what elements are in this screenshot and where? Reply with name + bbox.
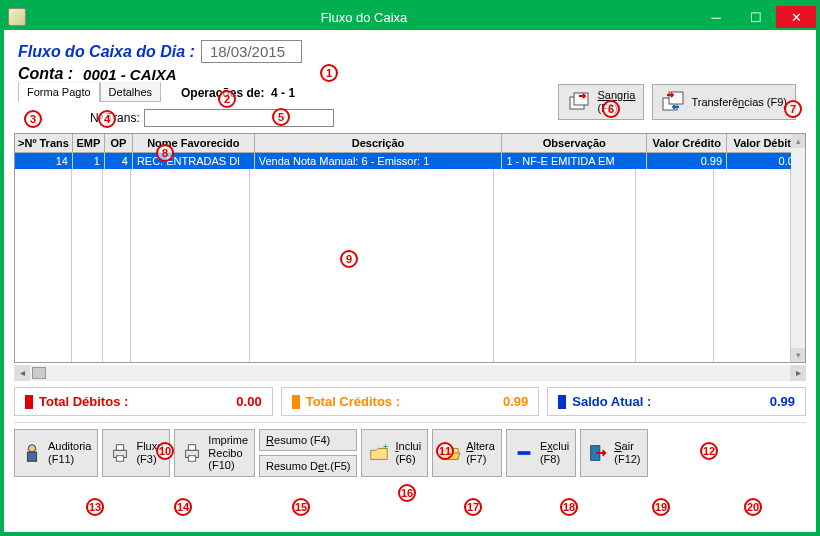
app-icon bbox=[8, 8, 26, 26]
table-row[interactable]: 14 1 4 REC. ENTRADAS DI Venda Nota Manua… bbox=[15, 153, 805, 169]
titlebar: Fluxo do Caixa ─ ☐ ✕ bbox=[4, 4, 816, 30]
person-icon bbox=[21, 442, 43, 464]
resumo-det-button[interactable]: Resumo Det.(F5) bbox=[259, 455, 357, 477]
exit-icon bbox=[587, 442, 609, 464]
minus-icon bbox=[513, 442, 535, 464]
resumo-button[interactable]: Resumo (F4) bbox=[259, 429, 357, 451]
annotation-20: 20 bbox=[744, 498, 762, 516]
folder-plus-icon: ＋ bbox=[368, 442, 390, 464]
printer-icon bbox=[181, 442, 203, 464]
data-grid[interactable]: >Nº Trans EMP OP Nome Favorecido Descriç… bbox=[14, 133, 806, 363]
sangria-button[interactable]: Sangria(F2) bbox=[558, 84, 644, 120]
folder-open-icon bbox=[439, 442, 461, 464]
ntrans-input[interactable] bbox=[144, 109, 334, 127]
minimize-button[interactable]: ─ bbox=[696, 6, 736, 28]
exclui-button[interactable]: Exclui(F8) bbox=[506, 429, 576, 477]
annotation-19: 19 bbox=[652, 498, 670, 516]
svg-point-4 bbox=[28, 445, 35, 452]
svg-rect-5 bbox=[27, 452, 36, 461]
grid-hscrollbar[interactable]: ◂ ▸ bbox=[14, 365, 806, 381]
date-field[interactable]: 18/03/2015 bbox=[201, 40, 302, 63]
annotation-18: 18 bbox=[560, 498, 578, 516]
col-nome[interactable]: Nome Favorecido bbox=[133, 134, 255, 152]
marker-orange bbox=[292, 395, 300, 409]
annotation-14: 14 bbox=[174, 498, 192, 516]
scroll-thumb[interactable] bbox=[32, 367, 46, 379]
scroll-down-icon[interactable]: ▾ bbox=[791, 348, 805, 362]
svg-rect-13 bbox=[517, 451, 530, 455]
svg-rect-7 bbox=[117, 445, 124, 451]
svg-text:＋: ＋ bbox=[381, 442, 390, 451]
total-debitos-box: Total Débitos : 0.00 bbox=[14, 387, 273, 416]
col-op[interactable]: OP bbox=[105, 134, 133, 152]
date-value: 18/03/2015 bbox=[210, 43, 285, 60]
svg-rect-10 bbox=[189, 445, 196, 451]
inclui-button[interactable]: ＋ Inclui(F6) bbox=[361, 429, 428, 477]
conta-value: 0001 - CAIXA bbox=[83, 66, 176, 83]
scroll-left-icon[interactable]: ◂ bbox=[14, 365, 30, 381]
auditoria-button[interactable]: Auditoria(F11) bbox=[14, 429, 98, 477]
annotation-15: 15 bbox=[292, 498, 310, 516]
altera-button[interactable]: Altera(F7) bbox=[432, 429, 502, 477]
window-title: Fluxo do Caixa bbox=[32, 10, 696, 25]
scroll-up-icon[interactable]: ▴ bbox=[791, 134, 805, 148]
sangria-icon bbox=[567, 90, 591, 114]
close-button[interactable]: ✕ bbox=[776, 6, 816, 28]
annotation-13: 13 bbox=[86, 498, 104, 516]
fluxo-dia-label: Fluxo do Caixa do Dia : bbox=[18, 43, 195, 61]
tab-forma-pagto[interactable]: Forma Pagto bbox=[18, 82, 100, 102]
grid-header: >Nº Trans EMP OP Nome Favorecido Descriç… bbox=[15, 134, 805, 153]
marker-red bbox=[25, 395, 33, 409]
operacoes-label: Operações de: 4 - 1 bbox=[181, 86, 295, 100]
col-desc[interactable]: Descrição bbox=[255, 134, 503, 152]
total-creditos-box: Total Créditos : 0.99 bbox=[281, 387, 540, 416]
tabs: Forma Pagto Detalhes bbox=[18, 81, 161, 101]
ntrans-label: Nº Trans: bbox=[90, 111, 140, 125]
svg-rect-8 bbox=[117, 456, 124, 462]
scroll-right-icon[interactable]: ▸ bbox=[790, 365, 806, 381]
tab-detalhes[interactable]: Detalhes bbox=[100, 82, 161, 102]
col-obs[interactable]: Observação bbox=[502, 134, 647, 152]
imprime-recibo-button[interactable]: ImprimeRecibo(F10) bbox=[174, 429, 255, 477]
col-ntrans[interactable]: >Nº Trans bbox=[15, 134, 73, 152]
grid-vscrollbar[interactable]: ▴ ▾ bbox=[791, 134, 805, 362]
saldo-atual-box: Saldo Atual : 0.99 bbox=[547, 387, 806, 416]
svg-rect-1 bbox=[574, 93, 588, 105]
transferencias-button[interactable]: Transferências (F9) bbox=[652, 84, 796, 120]
svg-rect-11 bbox=[189, 456, 196, 462]
col-credito[interactable]: Valor Crédito bbox=[647, 134, 727, 152]
maximize-button[interactable]: ☐ bbox=[736, 6, 776, 28]
client-area: Fluxo do Caixa do Dia : 18/03/2015 Conta… bbox=[4, 30, 816, 532]
col-emp[interactable]: EMP bbox=[73, 134, 105, 152]
fluxo-button[interactable]: Fluxo(F3) bbox=[102, 429, 170, 477]
bottom-toolbar: Auditoria(F11) Fluxo(F3) ImprimeRecibo(F… bbox=[14, 422, 806, 477]
annotation-16: 16 bbox=[398, 484, 416, 502]
app-window: Fluxo do Caixa ─ ☐ ✕ Fluxo do Caixa do D… bbox=[0, 0, 820, 536]
transfer-icon bbox=[661, 90, 685, 114]
annotation-17: 17 bbox=[464, 498, 482, 516]
marker-blue bbox=[558, 395, 566, 409]
printer-icon bbox=[109, 442, 131, 464]
sair-button[interactable]: Sair(F12) bbox=[580, 429, 647, 477]
